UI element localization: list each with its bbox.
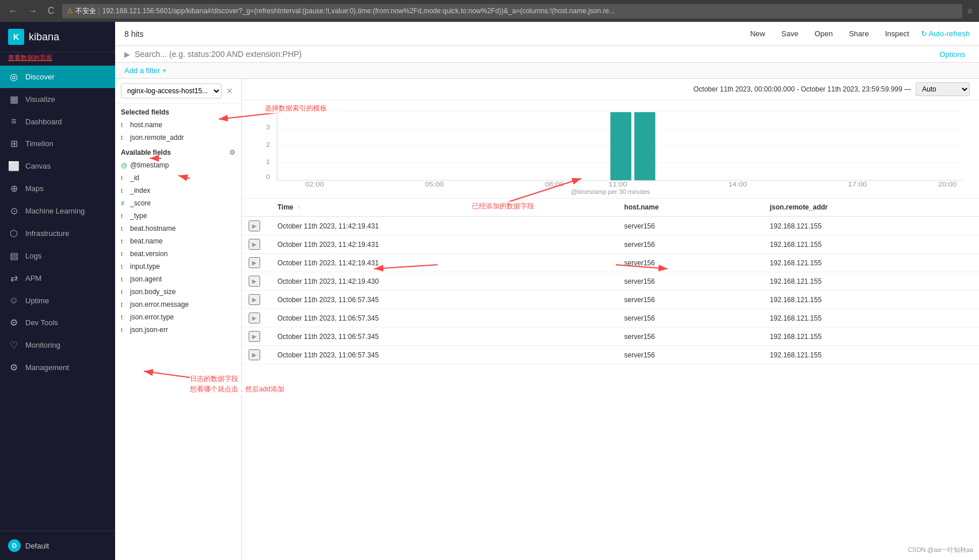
cell-remote-addr: 192.168.121.155 — [763, 216, 979, 235]
cell-time: October 11th 2023, 11:06:57.345 — [271, 291, 618, 309]
svg-text:02:00: 02:00 — [305, 181, 324, 186]
time-range-text: October 11th 2023, 00:00:00.000 - Octobe… — [694, 85, 911, 93]
sidebar-item-label: Machine Learning — [25, 207, 85, 215]
table-header-time[interactable]: Time ↑ — [271, 199, 618, 216]
monitoring-icon: ♡ — [8, 340, 20, 351]
field-type-t-icon: t — [121, 250, 127, 257]
field-name: @timestamp — [130, 161, 235, 169]
url-bar[interactable]: ⚠ 不安全 | 192.168.121.156:5601/app/kibana#… — [62, 4, 962, 18]
field-item-timestamp[interactable]: @ @timestamp — [115, 159, 241, 172]
canvas-icon: ⬜ — [8, 161, 20, 172]
svg-text:3: 3 — [266, 124, 271, 131]
sidebar-item-apm[interactable]: ⇄ APM — [0, 267, 115, 289]
toolbar: 8 hits New Save Open Share Inspect ↻ Aut… — [115, 22, 979, 46]
row-expand-button[interactable]: ▶ — [249, 313, 260, 323]
refresh-button[interactable]: C — [45, 5, 58, 17]
sidebar-item-uptime[interactable]: ☺ Uptime — [0, 289, 115, 311]
save-button[interactable]: Save — [776, 27, 803, 40]
field-type-icon: t — [121, 121, 127, 128]
table-header-hostname[interactable]: host.name — [618, 199, 763, 216]
field-item-beat-version[interactable]: t beat.version — [115, 247, 241, 260]
field-item-json-json-err[interactable]: t json.json-err — [115, 323, 241, 336]
interval-select[interactable]: Auto Millisecond Second Minute Hour Day — [916, 82, 970, 96]
field-item-json-agent[interactable]: t json.agent — [115, 273, 241, 285]
field-name: json.error.message — [130, 300, 235, 308]
field-item-input-type[interactable]: t input.type — [115, 260, 241, 273]
field-item-type[interactable]: t _type — [115, 209, 241, 222]
cell-hostname: server156 — [618, 309, 763, 327]
sidebar-item-logs[interactable]: ▤ Logs — [0, 245, 115, 267]
search-input[interactable] — [135, 49, 935, 59]
field-item-json-error-msg[interactable]: t json.error.message — [115, 298, 241, 311]
field-name: json.body_size — [130, 288, 235, 296]
field-item-score[interactable]: # _score — [115, 197, 241, 209]
field-item-remote-addr[interactable]: t json.remote_addr — [115, 131, 241, 144]
add-filter-button[interactable]: Add a filter + — [124, 66, 166, 75]
timelion-icon: ⊞ — [8, 138, 20, 149]
index-refresh-icon[interactable]: ✕ — [224, 85, 235, 97]
row-expand-button[interactable]: ▶ — [249, 276, 260, 287]
chart-bar — [611, 112, 631, 180]
auto-refresh-button[interactable]: ↻ Auto-refresh — [921, 29, 970, 38]
inspect-button[interactable]: Inspect — [881, 27, 914, 40]
main-content: 8 hits New Save Open Share Inspect ↻ Aut… — [115, 22, 979, 560]
search-expand-icon[interactable]: ▶ — [124, 50, 130, 59]
maps-icon: ⊕ — [8, 183, 20, 194]
bookmark-icon[interactable]: ☆ — [967, 7, 973, 15]
row-expand-button[interactable]: ▶ — [249, 294, 260, 305]
new-button[interactable]: New — [745, 27, 770, 40]
sidebar-item-monitoring[interactable]: ♡ Monitoring — [0, 334, 115, 356]
sidebar-item-management[interactable]: ⚙ Management — [0, 356, 115, 379]
field-name: host.name — [130, 121, 235, 129]
row-expand-button[interactable]: ▶ — [249, 257, 260, 268]
field-item-index[interactable]: t _index — [115, 184, 241, 197]
options-link[interactable]: Options — [935, 50, 970, 59]
open-button[interactable]: Open — [810, 27, 837, 40]
field-item-hostname[interactable]: t host.name — [115, 119, 241, 131]
cell-hostname: server156 — [618, 272, 763, 291]
table-row: ▶ October 11th 2023, 11:42:19.431 server… — [242, 254, 979, 272]
sidebar-user[interactable]: D Default — [0, 535, 115, 557]
browser-bar: ← → C ⚠ 不安全 | 192.168.121.156:5601/app/k… — [0, 0, 979, 22]
cell-time: October 11th 2023, 11:06:57.345 — [271, 327, 618, 346]
cell-time: October 11th 2023, 11:06:57.345 — [271, 309, 618, 327]
row-expand-button[interactable]: ▶ — [249, 220, 260, 231]
forward-button[interactable]: → — [25, 5, 40, 17]
field-item-beat-name[interactable]: t beat.name — [115, 235, 241, 247]
cell-remote-addr: 192.168.121.155 — [763, 254, 979, 272]
field-name: json.remote_addr — [130, 134, 235, 142]
sidebar-item-timelion[interactable]: ⊞ Timelion — [0, 132, 115, 155]
row-expand-button[interactable]: ▶ — [249, 331, 260, 342]
sidebar-item-maps[interactable]: ⊕ Maps — [0, 177, 115, 200]
index-select[interactable]: nginx-log-access-host15... — [121, 83, 222, 98]
sidebar-item-visualize[interactable]: ▦ Visualize — [0, 88, 115, 111]
sidebar-item-label: Uptime — [25, 296, 49, 305]
field-item-beat-hostname[interactable]: t beat.hostname — [115, 222, 241, 235]
sidebar-item-label: Discover — [25, 73, 55, 81]
share-button[interactable]: Share — [844, 27, 874, 40]
ml-icon: ⊙ — [8, 205, 20, 216]
gear-icon[interactable]: ⚙ — [229, 148, 235, 157]
sidebar-item-machine-learning[interactable]: ⊙ Machine Learning — [0, 200, 115, 222]
sidebar-item-dev-tools[interactable]: ⚙ Dev Tools — [0, 311, 115, 334]
table-row: ▶ October 11th 2023, 11:06:57.345 server… — [242, 309, 979, 327]
field-type-t-icon: t — [121, 238, 127, 245]
field-item-json-error-type[interactable]: t json.error.type — [115, 311, 241, 323]
field-item-json-body-size[interactable]: t json.body_size — [115, 285, 241, 298]
sidebar-item-infrastructure[interactable]: ⬡ Infrastructure — [0, 222, 115, 245]
chart-svg: 4 3 2 1 0 — [251, 106, 970, 186]
sidebar-item-discover[interactable]: ◎ Discover — [0, 66, 115, 88]
row-expand-button[interactable]: ▶ — [249, 239, 260, 250]
field-item-id[interactable]: t _id — [115, 172, 241, 184]
sidebar-item-canvas[interactable]: ⬜ Canvas — [0, 155, 115, 177]
table-header-remote-addr[interactable]: json.remote_addr — [763, 199, 979, 216]
row-expand-button[interactable]: ▶ — [249, 349, 260, 360]
sidebar-item-dashboard[interactable]: ≡ Dashboard — [0, 111, 115, 132]
data-panel: October 11th 2023, 00:00:00.000 - Octobe… — [242, 79, 979, 560]
back-button[interactable]: ← — [6, 5, 21, 17]
management-icon: ⚙ — [8, 362, 20, 373]
field-type-t-icon: t — [121, 276, 127, 283]
data-table: Time ↑ host.name json.remote_addr — [242, 199, 979, 364]
field-type-t-icon: t — [121, 263, 127, 270]
cell-remote-addr: 192.168.121.155 — [763, 235, 979, 254]
